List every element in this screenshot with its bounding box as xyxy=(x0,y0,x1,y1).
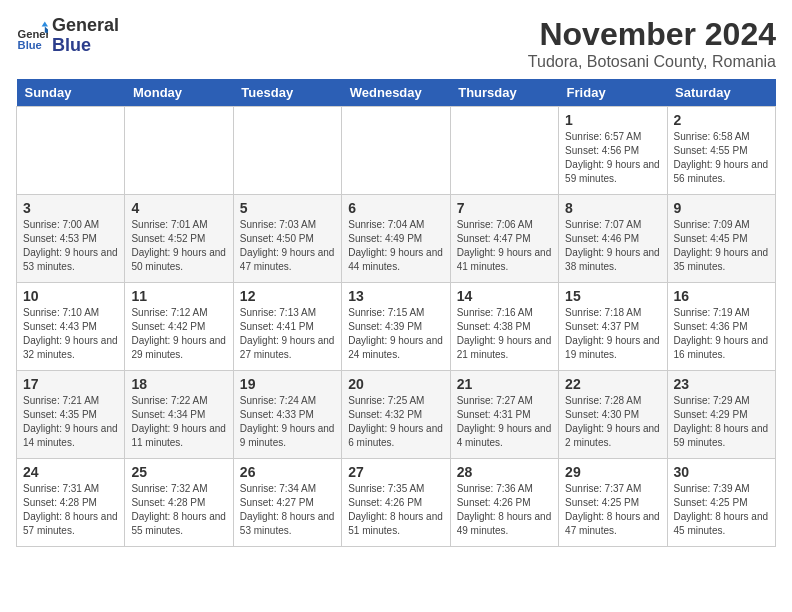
calendar-subtitle: Tudora, Botosani County, Romania xyxy=(528,53,776,71)
day-info: Sunrise: 7:21 AM Sunset: 4:35 PM Dayligh… xyxy=(23,394,118,450)
table-row: 13Sunrise: 7:15 AM Sunset: 4:39 PM Dayli… xyxy=(342,283,450,371)
table-row: 12Sunrise: 7:13 AM Sunset: 4:41 PM Dayli… xyxy=(233,283,341,371)
day-number: 30 xyxy=(674,464,769,480)
day-info: Sunrise: 7:24 AM Sunset: 4:33 PM Dayligh… xyxy=(240,394,335,450)
svg-text:Blue: Blue xyxy=(18,39,42,51)
logo-icon: General Blue xyxy=(16,20,48,52)
day-info: Sunrise: 7:35 AM Sunset: 4:26 PM Dayligh… xyxy=(348,482,443,538)
table-row xyxy=(125,107,233,195)
table-row: 24Sunrise: 7:31 AM Sunset: 4:28 PM Dayli… xyxy=(17,459,125,547)
day-info: Sunrise: 7:28 AM Sunset: 4:30 PM Dayligh… xyxy=(565,394,660,450)
table-row: 25Sunrise: 7:32 AM Sunset: 4:28 PM Dayli… xyxy=(125,459,233,547)
table-row: 19Sunrise: 7:24 AM Sunset: 4:33 PM Dayli… xyxy=(233,371,341,459)
calendar-table: Sunday Monday Tuesday Wednesday Thursday… xyxy=(16,79,776,547)
header-tuesday: Tuesday xyxy=(233,79,341,107)
day-info: Sunrise: 7:07 AM Sunset: 4:46 PM Dayligh… xyxy=(565,218,660,274)
day-info: Sunrise: 7:25 AM Sunset: 4:32 PM Dayligh… xyxy=(348,394,443,450)
day-number: 8 xyxy=(565,200,660,216)
table-row: 15Sunrise: 7:18 AM Sunset: 4:37 PM Dayli… xyxy=(559,283,667,371)
day-number: 7 xyxy=(457,200,552,216)
table-row: 20Sunrise: 7:25 AM Sunset: 4:32 PM Dayli… xyxy=(342,371,450,459)
day-number: 1 xyxy=(565,112,660,128)
day-number: 28 xyxy=(457,464,552,480)
day-number: 20 xyxy=(348,376,443,392)
page-header: General Blue General Blue November 2024 … xyxy=(16,16,776,71)
day-number: 18 xyxy=(131,376,226,392)
header-saturday: Saturday xyxy=(667,79,775,107)
day-number: 24 xyxy=(23,464,118,480)
day-number: 19 xyxy=(240,376,335,392)
day-info: Sunrise: 7:06 AM Sunset: 4:47 PM Dayligh… xyxy=(457,218,552,274)
day-number: 22 xyxy=(565,376,660,392)
calendar-header-row: Sunday Monday Tuesday Wednesday Thursday… xyxy=(17,79,776,107)
day-number: 25 xyxy=(131,464,226,480)
table-row: 10Sunrise: 7:10 AM Sunset: 4:43 PM Dayli… xyxy=(17,283,125,371)
logo: General Blue General Blue xyxy=(16,16,119,56)
table-row xyxy=(450,107,558,195)
day-number: 15 xyxy=(565,288,660,304)
table-row: 18Sunrise: 7:22 AM Sunset: 4:34 PM Dayli… xyxy=(125,371,233,459)
day-number: 10 xyxy=(23,288,118,304)
table-row: 29Sunrise: 7:37 AM Sunset: 4:25 PM Dayli… xyxy=(559,459,667,547)
day-number: 21 xyxy=(457,376,552,392)
header-friday: Friday xyxy=(559,79,667,107)
header-thursday: Thursday xyxy=(450,79,558,107)
day-number: 23 xyxy=(674,376,769,392)
logo-line2: Blue xyxy=(52,36,119,56)
day-info: Sunrise: 7:37 AM Sunset: 4:25 PM Dayligh… xyxy=(565,482,660,538)
svg-marker-2 xyxy=(42,21,48,26)
calendar-week-1: 1Sunrise: 6:57 AM Sunset: 4:56 PM Daylig… xyxy=(17,107,776,195)
day-number: 13 xyxy=(348,288,443,304)
header-sunday: Sunday xyxy=(17,79,125,107)
table-row: 28Sunrise: 7:36 AM Sunset: 4:26 PM Dayli… xyxy=(450,459,558,547)
day-info: Sunrise: 7:03 AM Sunset: 4:50 PM Dayligh… xyxy=(240,218,335,274)
calendar-week-4: 17Sunrise: 7:21 AM Sunset: 4:35 PM Dayli… xyxy=(17,371,776,459)
day-info: Sunrise: 7:00 AM Sunset: 4:53 PM Dayligh… xyxy=(23,218,118,274)
day-number: 26 xyxy=(240,464,335,480)
day-info: Sunrise: 6:57 AM Sunset: 4:56 PM Dayligh… xyxy=(565,130,660,186)
table-row: 23Sunrise: 7:29 AM Sunset: 4:29 PM Dayli… xyxy=(667,371,775,459)
day-number: 4 xyxy=(131,200,226,216)
day-info: Sunrise: 7:34 AM Sunset: 4:27 PM Dayligh… xyxy=(240,482,335,538)
day-info: Sunrise: 7:36 AM Sunset: 4:26 PM Dayligh… xyxy=(457,482,552,538)
day-info: Sunrise: 6:58 AM Sunset: 4:55 PM Dayligh… xyxy=(674,130,769,186)
calendar-week-3: 10Sunrise: 7:10 AM Sunset: 4:43 PM Dayli… xyxy=(17,283,776,371)
day-info: Sunrise: 7:31 AM Sunset: 4:28 PM Dayligh… xyxy=(23,482,118,538)
day-info: Sunrise: 7:12 AM Sunset: 4:42 PM Dayligh… xyxy=(131,306,226,362)
day-number: 27 xyxy=(348,464,443,480)
day-info: Sunrise: 7:01 AM Sunset: 4:52 PM Dayligh… xyxy=(131,218,226,274)
day-number: 29 xyxy=(565,464,660,480)
table-row: 2Sunrise: 6:58 AM Sunset: 4:55 PM Daylig… xyxy=(667,107,775,195)
table-row: 5Sunrise: 7:03 AM Sunset: 4:50 PM Daylig… xyxy=(233,195,341,283)
day-number: 12 xyxy=(240,288,335,304)
table-row: 1Sunrise: 6:57 AM Sunset: 4:56 PM Daylig… xyxy=(559,107,667,195)
table-row xyxy=(17,107,125,195)
table-row: 30Sunrise: 7:39 AM Sunset: 4:25 PM Dayli… xyxy=(667,459,775,547)
calendar-title-section: November 2024 Tudora, Botosani County, R… xyxy=(528,16,776,71)
calendar-week-5: 24Sunrise: 7:31 AM Sunset: 4:28 PM Dayli… xyxy=(17,459,776,547)
header-wednesday: Wednesday xyxy=(342,79,450,107)
day-info: Sunrise: 7:09 AM Sunset: 4:45 PM Dayligh… xyxy=(674,218,769,274)
day-info: Sunrise: 7:15 AM Sunset: 4:39 PM Dayligh… xyxy=(348,306,443,362)
day-number: 2 xyxy=(674,112,769,128)
day-info: Sunrise: 7:32 AM Sunset: 4:28 PM Dayligh… xyxy=(131,482,226,538)
svg-text:General: General xyxy=(18,27,48,39)
table-row: 14Sunrise: 7:16 AM Sunset: 4:38 PM Dayli… xyxy=(450,283,558,371)
header-monday: Monday xyxy=(125,79,233,107)
day-number: 11 xyxy=(131,288,226,304)
day-info: Sunrise: 7:13 AM Sunset: 4:41 PM Dayligh… xyxy=(240,306,335,362)
logo-text: General Blue xyxy=(52,16,119,56)
calendar-week-2: 3Sunrise: 7:00 AM Sunset: 4:53 PM Daylig… xyxy=(17,195,776,283)
day-info: Sunrise: 7:04 AM Sunset: 4:49 PM Dayligh… xyxy=(348,218,443,274)
table-row: 3Sunrise: 7:00 AM Sunset: 4:53 PM Daylig… xyxy=(17,195,125,283)
day-info: Sunrise: 7:18 AM Sunset: 4:37 PM Dayligh… xyxy=(565,306,660,362)
table-row: 7Sunrise: 7:06 AM Sunset: 4:47 PM Daylig… xyxy=(450,195,558,283)
day-info: Sunrise: 7:27 AM Sunset: 4:31 PM Dayligh… xyxy=(457,394,552,450)
table-row xyxy=(342,107,450,195)
logo-line1: General xyxy=(52,16,119,36)
day-info: Sunrise: 7:16 AM Sunset: 4:38 PM Dayligh… xyxy=(457,306,552,362)
day-info: Sunrise: 7:10 AM Sunset: 4:43 PM Dayligh… xyxy=(23,306,118,362)
table-row: 4Sunrise: 7:01 AM Sunset: 4:52 PM Daylig… xyxy=(125,195,233,283)
table-row: 6Sunrise: 7:04 AM Sunset: 4:49 PM Daylig… xyxy=(342,195,450,283)
table-row: 16Sunrise: 7:19 AM Sunset: 4:36 PM Dayli… xyxy=(667,283,775,371)
